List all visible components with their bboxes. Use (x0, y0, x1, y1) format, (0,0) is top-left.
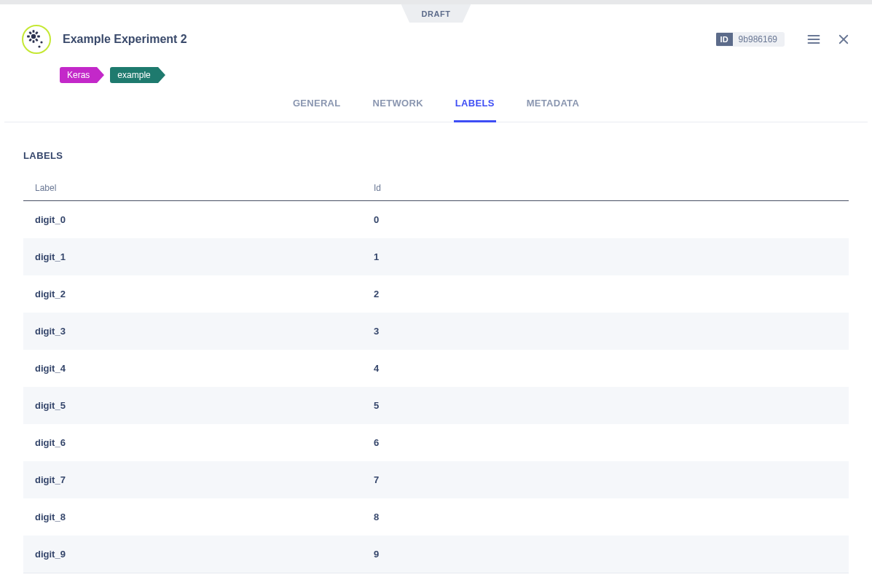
tag-keras[interactable]: Keras (60, 67, 97, 83)
cell-id: 2 (362, 275, 849, 313)
id-label: ID (716, 33, 733, 46)
column-header-label[interactable]: Label (23, 176, 362, 201)
column-header-id[interactable]: Id (362, 176, 849, 201)
menu-icon (806, 32, 821, 47)
tab-network[interactable]: NETWORK (372, 98, 425, 122)
table-row: digit_88 (23, 498, 849, 536)
close-icon (837, 33, 850, 46)
tag-example[interactable]: example (110, 67, 157, 83)
tab-labels[interactable]: LABELS (454, 98, 496, 122)
table-row: digit_00 (23, 201, 849, 239)
table-row: digit_99 (23, 536, 849, 573)
table-row: digit_11 (23, 238, 849, 275)
labels-table: Label Id digit_00digit_11digit_22digit_3… (23, 176, 849, 573)
section-title: LABELS (23, 150, 849, 161)
cell-label: digit_2 (23, 275, 362, 313)
cell-label: digit_8 (23, 498, 362, 536)
tags-row: Kerasexample (0, 54, 872, 83)
id-value: 9b986169 (733, 32, 785, 47)
table-row: digit_77 (23, 461, 849, 498)
cell-label: digit_9 (23, 536, 362, 573)
cell-label: digit_6 (23, 424, 362, 461)
cell-label: digit_0 (23, 201, 362, 239)
cell-id: 9 (362, 536, 849, 573)
cell-label: digit_5 (23, 387, 362, 424)
close-button[interactable] (837, 33, 850, 46)
table-row: digit_55 (23, 387, 849, 424)
draft-badge: DRAFT (401, 4, 471, 23)
tabs: GENERALNETWORKLABELSMETADATA (4, 83, 868, 122)
tab-general[interactable]: GENERAL (291, 98, 342, 122)
cell-id: 5 (362, 387, 849, 424)
cell-label: digit_7 (23, 461, 362, 498)
cell-id: 3 (362, 313, 849, 350)
cell-id: 1 (362, 238, 849, 275)
experiment-title: Example Experiment 2 (63, 33, 704, 46)
cell-id: 7 (362, 461, 849, 498)
experiment-icon (22, 25, 51, 54)
cell-label: digit_3 (23, 313, 362, 350)
cell-id: 6 (362, 424, 849, 461)
tab-metadata[interactable]: METADATA (525, 98, 581, 122)
table-row: digit_33 (23, 313, 849, 350)
cell-label: digit_4 (23, 350, 362, 387)
cell-id: 8 (362, 498, 849, 536)
table-row: digit_44 (23, 350, 849, 387)
menu-button[interactable] (806, 32, 821, 47)
experiment-id-chip[interactable]: ID 9b986169 (716, 32, 785, 47)
cell-id: 4 (362, 350, 849, 387)
cell-id: 0 (362, 201, 849, 239)
table-row: digit_66 (23, 424, 849, 461)
table-row: digit_22 (23, 275, 849, 313)
cell-label: digit_1 (23, 238, 362, 275)
